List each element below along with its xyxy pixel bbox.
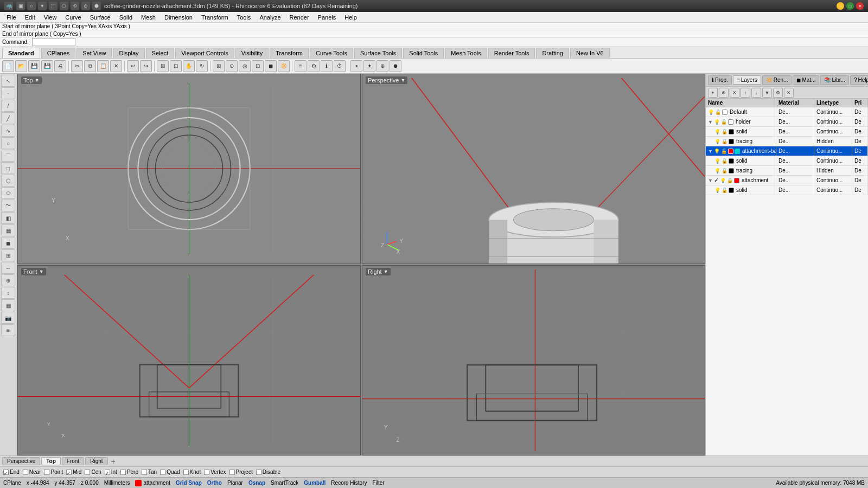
rp-new-sublayer[interactable]: ⊕ bbox=[719, 88, 729, 98]
menu-file[interactable]: File bbox=[2, 13, 21, 22]
tb-paste[interactable]: 📋 bbox=[97, 60, 109, 72]
layer-color-ab-tracing[interactable] bbox=[729, 168, 734, 174]
menu-solid[interactable]: Solid bbox=[115, 13, 137, 22]
lt-mesh[interactable]: ⊞ bbox=[1, 249, 15, 261]
lock-holder-tracing-icon[interactable]: 🔓 bbox=[722, 139, 727, 144]
light-bulb-attachment-icon[interactable]: 💡 bbox=[720, 178, 726, 183]
lock-holder-icon[interactable]: 🔓 bbox=[721, 119, 727, 125]
menu-edit[interactable]: Edit bbox=[21, 13, 40, 22]
tab-transform[interactable]: Transform bbox=[270, 48, 309, 58]
tb-delete[interactable]: ✕ bbox=[110, 60, 122, 72]
viewport-front-label[interactable]: Front ▼ bbox=[21, 268, 46, 275]
viewport-perspective-label[interactable]: Perspective ▼ bbox=[366, 76, 407, 84]
tab-select[interactable]: Select bbox=[146, 48, 175, 58]
lock-ab-solid-icon[interactable]: 🔓 bbox=[722, 158, 727, 164]
light-bulb-attachment-base-icon[interactable]: 💡 bbox=[714, 149, 720, 154]
layer-row-attachment-base[interactable]: ▼ 💡 🔓 attachment-base De... Continuo... … bbox=[706, 146, 868, 156]
menu-surface[interactable]: Surface bbox=[86, 13, 115, 22]
snap-knot[interactable]: Knot bbox=[183, 469, 201, 475]
lt-point[interactable]: · bbox=[1, 87, 15, 99]
tb-gumball[interactable]: ⊕ bbox=[376, 60, 388, 72]
menu-view[interactable]: View bbox=[40, 13, 61, 22]
lt-arc[interactable]: ⌒ bbox=[1, 150, 15, 162]
snap-mid-check[interactable] bbox=[66, 470, 72, 475]
tb-cut[interactable]: ✂ bbox=[71, 60, 83, 72]
expand-attachment[interactable]: ▼ bbox=[708, 178, 713, 183]
minimize-button[interactable]: ─ bbox=[837, 2, 844, 10]
layer-color-att-solid[interactable] bbox=[729, 188, 734, 193]
layer-color-default[interactable] bbox=[722, 110, 727, 115]
tb-copy[interactable]: ⧉ bbox=[84, 60, 96, 72]
layer-color-holder-tracing[interactable] bbox=[729, 139, 734, 144]
layer-row-ab-solid[interactable]: 💡 🔓 solid De... Continuo... De bbox=[706, 156, 868, 166]
layer-color-holder-solid[interactable] bbox=[729, 129, 734, 134]
tb-save-as[interactable]: 💾 bbox=[41, 60, 53, 72]
lt-polygon[interactable]: ⬡ bbox=[1, 175, 15, 187]
layer-row-holder-tracing[interactable]: 💡 🔓 tracing De... Hidden De bbox=[706, 137, 868, 146]
expand-attachment-base[interactable]: ▼ bbox=[708, 149, 713, 154]
tab-drafting[interactable]: Drafting bbox=[536, 48, 569, 58]
snap-quad-check[interactable] bbox=[160, 470, 165, 475]
rp-tab-libr[interactable]: 📚 Libr... bbox=[820, 75, 848, 85]
layer-row-default[interactable]: 💡 🔓 Default De... Continuo... De bbox=[706, 107, 868, 117]
vp-tab-top[interactable]: Top bbox=[41, 457, 61, 465]
tab-mesh-tools[interactable]: Mesh Tools bbox=[445, 48, 487, 58]
snap-point[interactable]: Point bbox=[44, 469, 63, 475]
tab-new-in-v6[interactable]: New In V6 bbox=[570, 48, 610, 58]
light-bulb-holder-tracing-icon[interactable]: 💡 bbox=[714, 139, 720, 144]
light-bulb-holder-solid-icon[interactable]: 💡 bbox=[714, 129, 720, 134]
lt-freeform[interactable]: 〜 bbox=[1, 200, 15, 211]
viewport-top-label[interactable]: Top ▼ bbox=[21, 76, 42, 84]
lock-ab-tracing-icon[interactable]: 🔓 bbox=[722, 168, 727, 174]
viewport-perspective[interactable]: Perspective ▼ bbox=[362, 74, 705, 264]
menu-mesh[interactable]: Mesh bbox=[137, 13, 160, 22]
tb-snap-point[interactable]: ⊙ bbox=[226, 60, 238, 72]
lt-dim[interactable]: ↔ bbox=[1, 262, 15, 274]
lt-surface[interactable]: ◧ bbox=[1, 212, 15, 224]
lt-rect[interactable]: □ bbox=[1, 162, 15, 174]
vp-tab-perspective[interactable]: Perspective bbox=[2, 457, 40, 465]
lt-layer2[interactable]: ≡ bbox=[1, 324, 15, 336]
snap-near-check[interactable] bbox=[23, 470, 28, 475]
tb-options[interactable]: ⚙ bbox=[308, 60, 320, 72]
layer-row-holder[interactable]: ▼ 💡 🔓 holder De... Continuo... De bbox=[706, 117, 868, 127]
lt-polyline[interactable]: ╱ bbox=[1, 112, 15, 124]
tab-display[interactable]: Display bbox=[113, 48, 144, 58]
light-bulb-att-solid-icon[interactable]: 💡 bbox=[714, 188, 720, 193]
lt-ellipse[interactable]: ⬭ bbox=[1, 187, 15, 199]
tb-wire[interactable]: ⊡ bbox=[252, 60, 264, 72]
vp-tab-right[interactable]: Right bbox=[85, 457, 107, 465]
layer-color-attachment[interactable] bbox=[734, 178, 739, 183]
rp-tab-prop[interactable]: ℹ Prop. bbox=[708, 75, 732, 85]
tb-undo[interactable]: ↩ bbox=[127, 60, 139, 72]
tab-surface-tools[interactable]: Surface Tools bbox=[354, 48, 402, 58]
osnap-status[interactable]: Osnap bbox=[248, 480, 265, 486]
rp-filter[interactable]: ▼ bbox=[762, 88, 772, 98]
layer-row-ab-tracing[interactable]: 💡 🔓 tracing De... Hidden De bbox=[706, 166, 868, 176]
snap-quad[interactable]: Quad bbox=[160, 469, 180, 475]
tb-history[interactable]: ⏱ bbox=[334, 60, 346, 72]
tb-snap-center[interactable]: ◎ bbox=[239, 60, 251, 72]
menu-dimension[interactable]: Dimension bbox=[160, 13, 197, 22]
menu-analyze[interactable]: Analyze bbox=[255, 13, 285, 22]
lock-icon[interactable]: 🔓 bbox=[715, 110, 721, 115]
viewport-right[interactable]: Right ▼ bbox=[362, 265, 705, 455]
lock-att-solid-icon[interactable]: 🔓 bbox=[722, 188, 727, 193]
tb-render[interactable]: 🔆 bbox=[278, 60, 290, 72]
snap-point-check[interactable] bbox=[44, 470, 49, 475]
ortho-status[interactable]: Ortho bbox=[207, 480, 222, 486]
rp-settings[interactable]: ⚙ bbox=[773, 88, 783, 98]
lt-extrude[interactable]: ▦ bbox=[1, 224, 15, 236]
light-bulb-icon[interactable]: 💡 bbox=[708, 110, 714, 115]
lt-circle[interactable]: ○ bbox=[1, 137, 15, 149]
tab-viewport-controls[interactable]: Viewport Controls bbox=[175, 48, 234, 58]
tb-snap-grid[interactable]: ⊞ bbox=[213, 60, 225, 72]
tb-open[interactable]: 📂 bbox=[15, 60, 27, 72]
snap-perp[interactable]: Perp bbox=[120, 469, 138, 475]
tab-visibility[interactable]: Visibility bbox=[235, 48, 269, 58]
tb-shade[interactable]: ◼ bbox=[265, 60, 277, 72]
snap-tan-check[interactable] bbox=[142, 470, 147, 475]
layer-row-att-solid[interactable]: 💡 🔓 solid De... Continuo... De bbox=[706, 185, 868, 195]
lt-curve[interactable]: ∿ bbox=[1, 125, 15, 137]
snap-vertex-check[interactable] bbox=[204, 470, 209, 475]
